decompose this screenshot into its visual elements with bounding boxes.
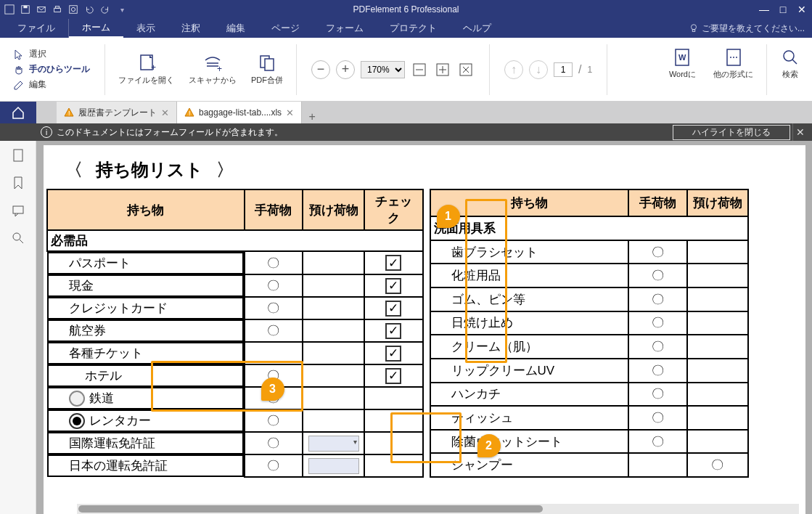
next-page-button[interactable]: ↓ (529, 60, 548, 79)
quick-icon[interactable] (68, 4, 78, 15)
horizontal-scrollbar[interactable] (77, 504, 799, 514)
checkin-cell (303, 432, 364, 454)
check-cell (364, 454, 423, 477)
table-row: ティッシュ〇 (430, 406, 748, 430)
menu-edit[interactable]: 編集 (213, 19, 258, 38)
item-label: 歯ブラシセット (430, 240, 629, 264)
tabbar: ! 履歴書テンプレート ✕ ! baggage-list-tab....xls … (0, 102, 812, 123)
minimize-button[interactable]: — (757, 4, 771, 15)
tool-hand[interactable]: 手のひらツール (13, 63, 90, 76)
th-checkin-2: 預け荷物 (687, 189, 747, 216)
info-bar: i このドキュメントにはフォームフィールドが含まれます。 ハイライトを閉じる ✕ (0, 123, 812, 141)
to-word-button[interactable]: WWordに (665, 44, 700, 95)
zoom-in-button[interactable]: + (336, 60, 355, 79)
tab-close-2[interactable]: ✕ (286, 107, 294, 118)
search-button[interactable]: 検索 (776, 44, 805, 95)
table-row: 歯ブラシセット〇 (430, 240, 748, 264)
menu-form[interactable]: フォーム (313, 19, 377, 38)
warning-icon: ! (184, 107, 194, 118)
comments-icon[interactable] (11, 203, 25, 218)
add-tab-button[interactable]: + (302, 110, 322, 123)
checkbox[interactable]: ✓ (385, 278, 401, 294)
bookmarks-icon[interactable] (11, 176, 25, 190)
tool-select[interactable]: 選択 (13, 48, 90, 60)
merge-button[interactable]: PDF合併 (247, 50, 287, 89)
zoom-out-button[interactable]: − (311, 60, 330, 79)
checkbox[interactable]: ✓ (385, 255, 401, 271)
item-label: ゴム、ピン等 (430, 287, 629, 311)
fit-page-button[interactable] (434, 61, 451, 78)
tab-close-1[interactable]: ✕ (161, 107, 169, 118)
fit-width-button[interactable] (411, 61, 428, 78)
menu-comment[interactable]: 注釈 (168, 19, 213, 38)
close-highlight-button[interactable]: ハイライトを閉じる (673, 125, 790, 140)
prev-arrow[interactable]: 〈 (62, 158, 86, 181)
doc-title-text: 持ち物リスト (96, 158, 203, 181)
page-input[interactable] (554, 62, 573, 77)
save-icon[interactable] (20, 4, 30, 15)
to-other-button[interactable]: 他の形式に (709, 44, 758, 95)
th-carry: 手荷物 (245, 189, 303, 230)
carry-cell: 〇 (245, 432, 303, 454)
maximize-button[interactable]: □ (776, 4, 790, 15)
doc-tab-1[interactable]: ! 履歴書テンプレート ✕ (57, 102, 177, 123)
scan-button[interactable]: +スキャナから (184, 50, 241, 89)
tell-me[interactable]: ご要望を教えてください... (689, 23, 805, 35)
svg-text:+: + (151, 62, 156, 73)
home-panel-button[interactable] (0, 102, 36, 123)
menu-file[interactable]: ファイル (4, 19, 69, 38)
menu-view[interactable]: 表示 (123, 19, 168, 38)
menu-page[interactable]: ページ (258, 19, 313, 38)
mail-icon[interactable] (36, 4, 46, 15)
th-item: 持ち物 (47, 189, 245, 230)
checkbox[interactable]: ✓ (385, 368, 401, 384)
table-row: ゴム、ピン等〇 (430, 287, 748, 311)
menu-help[interactable]: ヘルプ (450, 19, 504, 38)
zoom-select[interactable]: 170% (361, 61, 405, 78)
open-file-button[interactable]: +ファイルを開く (114, 50, 179, 89)
checkin-cell (303, 342, 364, 364)
doc-tab-2[interactable]: ! baggage-list-tab....xls ✕ (177, 102, 302, 123)
text-field[interactable] (308, 458, 359, 474)
checkin-cell (687, 287, 747, 311)
infobar-close[interactable]: ✕ (792, 123, 808, 141)
tell-me-text: ご要望を教えてください... (702, 23, 805, 35)
search-panel-icon[interactable] (11, 231, 25, 245)
menu-home[interactable]: ホーム (69, 19, 123, 38)
carry-cell: 〇 (628, 264, 687, 287)
radio-button[interactable] (69, 391, 85, 407)
close-button[interactable]: ✕ (795, 4, 809, 15)
undo-icon[interactable] (84, 4, 94, 15)
checkbox[interactable]: ✓ (385, 323, 401, 339)
titlebar: ▾ PDFelement 6 Professional — □ ✕ (0, 0, 812, 19)
checkin-cell (687, 383, 747, 407)
actual-size-button[interactable] (457, 61, 475, 78)
radio-button[interactable] (69, 413, 85, 429)
redo-icon[interactable] (100, 4, 110, 15)
svg-rect-27 (14, 150, 22, 161)
table-row: ハンカチ〇 (430, 383, 748, 407)
checkbox[interactable]: ✓ (385, 301, 401, 317)
thumbnails-icon[interactable] (11, 148, 25, 163)
next-arrow[interactable]: 〉 (213, 158, 237, 181)
callout-2: 2 (477, 434, 501, 457)
svg-text:W: W (678, 53, 686, 62)
menu-protect[interactable]: プロテクト (377, 19, 450, 38)
warning-icon: ! (64, 107, 74, 118)
carry-cell: 〇 (628, 240, 687, 264)
page-total: 1 (587, 65, 592, 75)
qat-dropdown-icon[interactable]: ▾ (116, 6, 124, 14)
checkin-cell (687, 240, 747, 264)
combo-field[interactable] (308, 436, 359, 452)
document-viewport[interactable]: 〈 持ち物リスト 〉 持ち物 手荷物 預け荷物 チェック 必需品 パスポート〇✓… (36, 141, 812, 514)
checkbox[interactable]: ✓ (385, 346, 401, 362)
svg-point-22 (733, 57, 734, 58)
print-icon[interactable] (52, 4, 62, 15)
item-label: リップクリームUV (430, 359, 629, 383)
prev-page-button[interactable]: ↑ (504, 60, 523, 79)
check-cell: ✓ (364, 342, 423, 364)
item-label: 現金 (69, 277, 94, 294)
category-toiletries: 洗面用具系 (430, 216, 748, 240)
tool-edit[interactable]: 編集 (13, 78, 90, 91)
svg-point-24 (784, 51, 794, 61)
